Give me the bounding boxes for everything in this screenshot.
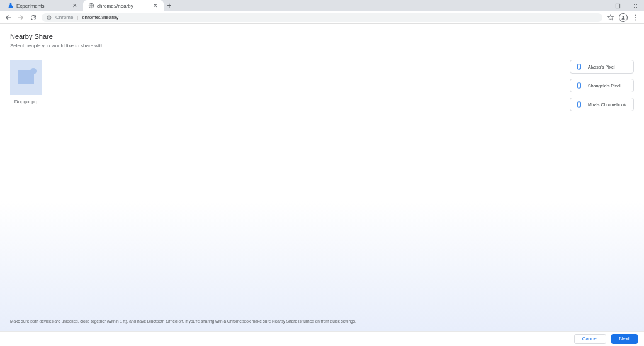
close-icon[interactable]: ✕ — [152, 3, 159, 9]
close-icon[interactable]: ✕ — [72, 3, 78, 9]
tab-experiments[interactable]: Experiments ✕ — [3, 0, 83, 11]
page-subtitle: Select people you would like to share wi… — [10, 43, 634, 48]
share-content: Doggo.jpg Alyssa's Pixel Shangela's Pixe… — [0, 51, 644, 111]
device-name: Alyssa's Pixel — [588, 65, 615, 69]
url-scheme: Chrome — [55, 14, 73, 20]
smartphone-icon — [575, 82, 583, 89]
reload-button[interactable] — [29, 13, 38, 22]
svg-point-11 — [635, 19, 636, 20]
svg-point-10 — [635, 17, 636, 18]
hint-text: Make sure both devices are unlocked, clo… — [10, 319, 356, 323]
footer: Cancel Next — [0, 331, 644, 346]
device-item[interactable]: Mira's Chromebook — [570, 98, 634, 111]
back-button[interactable] — [4, 13, 13, 22]
smartphone-icon — [575, 63, 583, 70]
page-content: Nearby Share Select people you would lik… — [0, 24, 644, 346]
tab-strip: Experiments ✕ chrome://nearby ✕ + — [0, 0, 175, 11]
toolbar: Chrome | chrome://nearby — [0, 11, 644, 24]
file-name: Doggo.jpg — [14, 99, 37, 104]
smartphone-icon — [575, 101, 583, 108]
titlebar: Experiments ✕ chrome://nearby ✕ + — [0, 0, 644, 11]
page-title: Nearby Share — [10, 33, 634, 40]
svg-point-9 — [635, 14, 636, 16]
avatar-icon — [619, 13, 628, 22]
file-preview: Doggo.jpg — [10, 60, 42, 111]
close-window-button[interactable] — [626, 0, 644, 11]
svg-rect-2 — [616, 4, 619, 8]
svg-point-6 — [49, 16, 50, 17]
next-button[interactable]: Next — [611, 334, 638, 344]
site-info-icon[interactable] — [47, 15, 52, 20]
address-bar[interactable]: Chrome | chrome://nearby — [42, 13, 602, 22]
bookmark-button[interactable] — [606, 13, 615, 22]
page-header: Nearby Share Select people you would lik… — [0, 24, 644, 51]
tab-title: Experiments — [16, 3, 69, 9]
cancel-button[interactable]: Cancel — [574, 334, 606, 344]
maximize-button[interactable] — [609, 0, 626, 11]
profile-button[interactable] — [619, 13, 628, 22]
tab-title: chrome://nearby — [97, 3, 150, 9]
svg-point-8 — [623, 16, 624, 18]
minimize-button[interactable] — [591, 0, 609, 11]
device-list: Alyssa's Pixel Shangela's Pixel 2XL Mira… — [570, 60, 634, 111]
globe-icon — [88, 3, 94, 9]
tab-nearby[interactable]: chrome://nearby ✕ — [83, 0, 164, 11]
svg-rect-7 — [49, 17, 50, 18]
device-item[interactable]: Shangela's Pixel 2XL — [570, 79, 634, 92]
window-controls — [591, 0, 644, 11]
forward-button[interactable] — [16, 13, 25, 22]
device-name: Mira's Chromebook — [588, 103, 626, 107]
url-path: chrome://nearby — [82, 14, 119, 20]
file-thumbnail[interactable] — [10, 60, 42, 95]
flask-icon — [8, 3, 14, 9]
device-item[interactable]: Alyssa's Pixel — [570, 60, 634, 74]
url-divider: | — [77, 14, 78, 20]
device-name: Shangela's Pixel 2XL — [588, 84, 628, 88]
new-tab-button[interactable]: + — [164, 0, 175, 11]
menu-button[interactable] — [631, 13, 640, 22]
image-icon — [18, 70, 34, 84]
